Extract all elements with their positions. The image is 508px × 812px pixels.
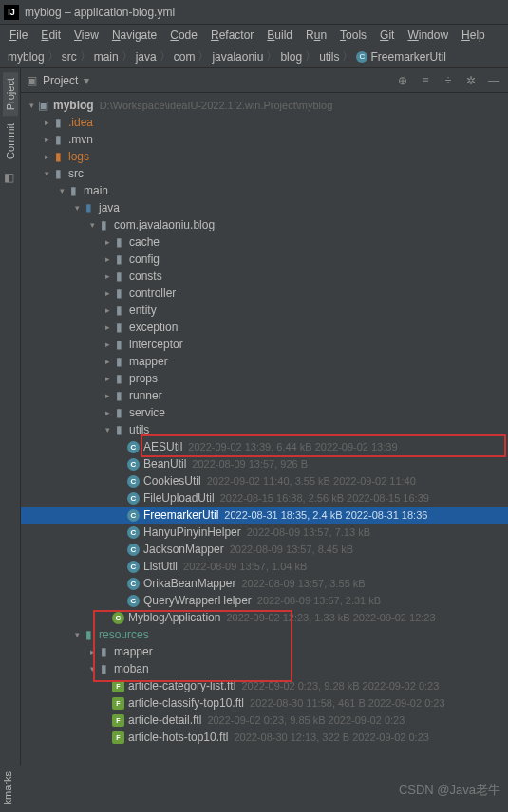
project-tree[interactable]: ▾▣myblogD:\Workspace\ideaIU-2022.1.2.win… [21, 93, 508, 812]
menu-run[interactable]: Run [300, 27, 332, 44]
ftl-icon: F [112, 731, 124, 744]
tree-myblogapp[interactable]: CMyblogApplication2022-09-02 12:23, 1.33… [21, 609, 508, 626]
tree-ftl2[interactable]: Farticle-classify-top10.ftl2022-08-30 11… [21, 694, 508, 711]
crumb-src[interactable]: src [62, 50, 77, 64]
menu-navigate[interactable]: Navigate [106, 27, 162, 44]
tree-resources[interactable]: ▾▮resources [21, 626, 508, 643]
menu-code[interactable]: Code [164, 27, 203, 44]
menu-bar: File Edit View Navigate Code Refactor Bu… [0, 25, 508, 46]
tree-props[interactable]: ▸▮props [21, 370, 508, 387]
class-icon: C [127, 509, 140, 522]
tree-querywrapper[interactable]: CQueryWrapperHelper2022-08-09 13:57, 2.3… [21, 592, 508, 609]
tree-idea[interactable]: ▸▮.idea [21, 114, 508, 131]
crumb-javalaoniu[interactable]: javalaoniu [212, 50, 263, 64]
tree-consts[interactable]: ▸▮consts [21, 268, 508, 285]
rail-project[interactable]: Project [3, 72, 18, 116]
tree-cache[interactable]: ▸▮cache [21, 233, 508, 250]
tree-entity[interactable]: ▸▮entity [21, 302, 508, 319]
class-icon: C [127, 595, 140, 607]
tree-hanyupinyin[interactable]: CHanyuPinyinHelper2022-08-09 13:57, 7.13… [21, 524, 508, 541]
panel-folder-icon: ▣ [27, 74, 37, 87]
watermark: CSDN @Java老牛 [399, 782, 500, 799]
tree-mapper2[interactable]: ▸▮mapper [21, 643, 508, 660]
collapse-all-icon[interactable]: ÷ [440, 72, 457, 89]
tree-exception[interactable]: ▸▮exception [21, 319, 508, 336]
class-icon: C [112, 612, 124, 624]
ftl-icon: F [112, 697, 124, 710]
menu-file[interactable]: File [4, 27, 33, 44]
ftl-icon: F [112, 714, 124, 727]
class-icon: C [127, 544, 140, 556]
tree-service[interactable]: ▸▮service [21, 404, 508, 421]
tree-aesutil[interactable]: CAESUtil2022-09-02 13:39, 6.44 kB 2022-0… [21, 438, 508, 455]
class-icon: C [127, 578, 140, 590]
menu-edit[interactable]: Edit [35, 27, 66, 44]
hide-icon[interactable]: — [485, 72, 502, 89]
tree-cookiesutil[interactable]: CCookiesUtil2022-09-02 11:40, 3.55 kB 20… [21, 472, 508, 489]
panel-header: ▣ Project ▾ ⊕ ≡ ÷ ✲ — [21, 68, 508, 93]
crumb-com[interactable]: com [174, 50, 196, 64]
tree-moban[interactable]: ▾▮moban [21, 660, 508, 677]
tree-mvn[interactable]: ▸▮.mvn [21, 131, 508, 148]
class-icon: C [127, 441, 140, 453]
tree-listutil[interactable]: CListUtil2022-08-09 13:57, 1.04 kB [21, 558, 508, 575]
menu-refactor[interactable]: Refactor [205, 27, 259, 44]
panel-title[interactable]: Project [43, 74, 78, 87]
tree-runner[interactable]: ▸▮runner [21, 387, 508, 404]
breadcrumb: myblog〉 src〉 main〉 java〉 com〉 javalaoniu… [0, 46, 508, 68]
class-icon: C [127, 561, 140, 573]
class-icon: C [127, 492, 140, 505]
window-title: myblog – application-blog.yml [25, 6, 175, 19]
tree-controller[interactable]: ▸▮controller [21, 285, 508, 302]
crumb-blog[interactable]: blog [280, 50, 302, 64]
menu-git[interactable]: Git [374, 27, 400, 44]
crumb-utils[interactable]: utils [319, 50, 339, 64]
tree-ftl4[interactable]: Farticle-hots-top10.ftl2022-08-30 12:13,… [21, 729, 508, 746]
title-bar: IJ myblog – application-blog.yml [0, 0, 508, 25]
tree-interceptor[interactable]: ▸▮interceptor [21, 336, 508, 353]
crumb-myblog[interactable]: myblog [8, 50, 45, 64]
tree-main[interactable]: ▾▮main [21, 182, 508, 199]
tree-config[interactable]: ▸▮config [21, 250, 508, 268]
menu-help[interactable]: Help [456, 27, 491, 44]
left-tool-rail: Project Commit ◧ [0, 68, 21, 812]
project-panel: ▣ Project ▾ ⊕ ≡ ÷ ✲ — ▾▣myblogD:\Workspa… [21, 68, 508, 812]
tree-jacksonmapper[interactable]: CJacksonMapper2022-08-09 13:57, 8.45 kB [21, 541, 508, 558]
tree-beanutil[interactable]: CBeanUtil2022-08-09 13:57, 926 B [21, 455, 508, 472]
ftl-icon: F [112, 680, 124, 692]
tree-orika[interactable]: COrikaBeanMapper2022-08-09 13:57, 3.55 k… [21, 575, 508, 592]
crumb-freemarkerutil[interactable]: CFreemarkerUtil [356, 50, 445, 64]
tree-fileuploadutil[interactable]: CFileUploadUtil2022-08-15 16:38, 2.56 kB… [21, 489, 508, 507]
settings-icon[interactable]: ✲ [462, 72, 480, 89]
rail-structure-icon[interactable]: ◧ [4, 171, 17, 184]
tree-logs[interactable]: ▸▮logs [21, 148, 508, 165]
crumb-main[interactable]: main [94, 50, 119, 64]
tree-pkg[interactable]: ▾▮com.javalaoniu.blog [21, 216, 508, 233]
menu-build[interactable]: Build [261, 27, 298, 44]
menu-tools[interactable]: Tools [334, 27, 372, 44]
tree-mapper[interactable]: ▸▮mapper [21, 353, 508, 370]
class-icon: C [127, 475, 140, 488]
tree-src[interactable]: ▾▮src [21, 165, 508, 182]
tree-ftl1[interactable]: Farticle-category-list.ftl2022-09-02 0:2… [21, 677, 508, 694]
rail-bookmarks[interactable]: kmarks [0, 766, 15, 810]
crumb-java[interactable]: java [136, 50, 157, 64]
tree-utils[interactable]: ▾▮utils [21, 421, 508, 438]
tree-root[interactable]: ▾▣myblogD:\Workspace\ideaIU-2022.1.2.win… [21, 97, 508, 114]
tree-freemarkerutil[interactable]: CFreemarkerUtil2022-08-31 18:35, 2.4 kB … [21, 507, 508, 524]
rail-commit[interactable]: Commit [3, 118, 18, 165]
bottom-rail: kmarks [0, 766, 21, 812]
class-icon: C [127, 458, 140, 471]
select-opened-file-icon[interactable]: ⊕ [394, 72, 411, 89]
class-icon: C [127, 526, 140, 539]
tree-ftl3[interactable]: Farticle-detail.ftl2022-09-02 0:23, 9.85… [21, 711, 508, 729]
tree-java[interactable]: ▾▮java [21, 199, 508, 216]
expand-all-icon[interactable]: ≡ [417, 72, 434, 89]
menu-window[interactable]: Window [402, 27, 454, 44]
menu-view[interactable]: View [68, 27, 104, 44]
app-icon: IJ [4, 5, 19, 20]
